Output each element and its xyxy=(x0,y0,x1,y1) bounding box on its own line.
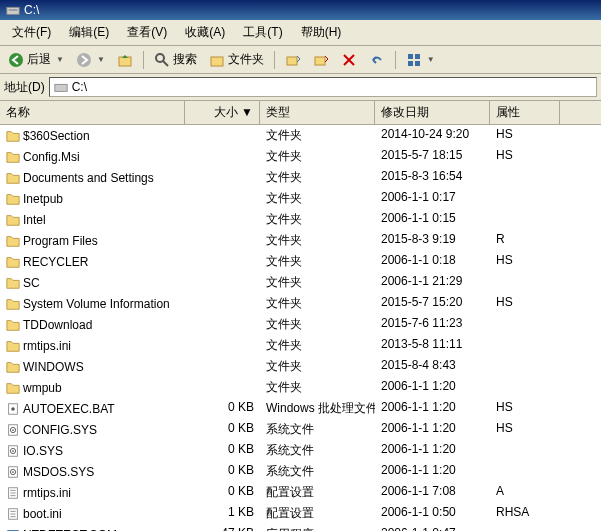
svg-rect-14 xyxy=(55,84,67,91)
folder-icon xyxy=(6,255,20,269)
col-name[interactable]: 名称 xyxy=(0,101,185,124)
copy-to-button[interactable] xyxy=(281,50,305,70)
folder-icon xyxy=(6,192,20,206)
svg-rect-4 xyxy=(119,57,131,66)
list-item[interactable]: Inetpub文件夹2006-1-1 0:17 xyxy=(0,188,601,209)
list-item[interactable]: NTDETECT.COM47 KB应用程序2006-1-1 0:47 xyxy=(0,524,601,531)
list-item[interactable]: WINDOWS文件夹2015-8-4 8:43 xyxy=(0,356,601,377)
sys-icon xyxy=(6,465,20,479)
menu-file[interactable]: 文件(F) xyxy=(4,22,59,43)
file-size xyxy=(185,336,260,355)
file-size xyxy=(185,378,260,397)
file-size xyxy=(185,294,260,313)
list-item[interactable]: System Volume Information文件夹2015-5-7 15:… xyxy=(0,293,601,314)
svg-point-5 xyxy=(156,54,164,62)
folders-button[interactable]: 文件夹 xyxy=(205,49,268,70)
list-item[interactable]: AUTOEXEC.BAT0 KBWindows 批处理文件2006-1-1 1:… xyxy=(0,398,601,419)
list-item[interactable]: wmpub文件夹2006-1-1 1:20 xyxy=(0,377,601,398)
ini-icon xyxy=(6,507,20,521)
col-type[interactable]: 类型 xyxy=(260,101,375,124)
menubar: 文件(F) 编辑(E) 查看(V) 收藏(A) 工具(T) 帮助(H) xyxy=(0,20,601,46)
list-item[interactable]: TDDownload文件夹2015-7-6 11:23 xyxy=(0,314,601,335)
undo-button[interactable] xyxy=(365,50,389,70)
list-item[interactable]: CONFIG.SYS0 KB系统文件2006-1-1 1:20HS xyxy=(0,419,601,440)
list-item[interactable]: RECYCLER文件夹2006-1-1 0:18HS xyxy=(0,251,601,272)
list-item[interactable]: Documents and Settings文件夹2015-8-3 16:54 xyxy=(0,167,601,188)
col-attr[interactable]: 属性 xyxy=(490,101,560,124)
file-name: wmpub xyxy=(23,381,62,395)
col-date[interactable]: 修改日期 xyxy=(375,101,490,124)
file-attr xyxy=(490,168,560,187)
address-input[interactable]: C:\ xyxy=(49,77,597,97)
file-size: 0 KB xyxy=(185,441,260,460)
file-name: Program Files xyxy=(23,234,98,248)
list-item[interactable]: MSDOS.SYS0 KB系统文件2006-1-1 1:20 xyxy=(0,461,601,482)
file-attr xyxy=(490,525,560,531)
list-item[interactable]: rmtips.ini文件夹2013-5-8 11:11 xyxy=(0,335,601,356)
folder-icon xyxy=(6,297,20,311)
list-item[interactable]: boot.ini1 KB配置设置2006-1-1 0:50RHSA xyxy=(0,503,601,524)
file-name: $360Section xyxy=(23,129,90,143)
move-to-button[interactable] xyxy=(309,50,333,70)
list-item[interactable]: Intel文件夹2006-1-1 0:15 xyxy=(0,209,601,230)
back-icon xyxy=(8,52,24,68)
menu-help[interactable]: 帮助(H) xyxy=(293,22,350,43)
bat-icon xyxy=(6,402,20,416)
back-button[interactable]: 后退 ▼ xyxy=(4,49,68,70)
forward-icon xyxy=(76,52,92,68)
file-type: 配置设置 xyxy=(260,483,375,502)
file-type: 系统文件 xyxy=(260,441,375,460)
ini-icon xyxy=(6,486,20,500)
svg-rect-9 xyxy=(315,57,325,65)
list-item[interactable]: Program Files文件夹2015-8-3 9:19R xyxy=(0,230,601,251)
list-item[interactable]: rmtips.ini0 KB配置设置2006-1-1 7:08A xyxy=(0,482,601,503)
file-name: rmtips.ini xyxy=(23,339,71,353)
file-attr: HS xyxy=(490,147,560,166)
menu-favorites[interactable]: 收藏(A) xyxy=(177,22,233,43)
list-item[interactable]: IO.SYS0 KB系统文件2006-1-1 1:20 xyxy=(0,440,601,461)
menu-edit[interactable]: 编辑(E) xyxy=(61,22,117,43)
list-item[interactable]: Config.Msi文件夹2015-5-7 18:15HS xyxy=(0,146,601,167)
list-item[interactable]: SC文件夹2006-1-1 21:29 xyxy=(0,272,601,293)
file-date: 2014-10-24 9:20 xyxy=(375,126,490,145)
listview: 名称 大小 ▼ 类型 修改日期 属性 $360Section文件夹2014-10… xyxy=(0,101,601,531)
file-size: 47 KB xyxy=(185,525,260,531)
views-icon xyxy=(406,52,422,68)
file-date: 2006-1-1 0:18 xyxy=(375,252,490,271)
file-attr xyxy=(490,441,560,460)
file-type: 文件夹 xyxy=(260,378,375,397)
file-type: 系统文件 xyxy=(260,462,375,481)
chevron-down-icon: ▼ xyxy=(97,55,105,64)
chevron-down-icon: ▼ xyxy=(427,55,435,64)
menu-view[interactable]: 查看(V) xyxy=(119,22,175,43)
svg-rect-1 xyxy=(9,9,18,11)
file-date: 2015-8-3 16:54 xyxy=(375,168,490,187)
menu-tools[interactable]: 工具(T) xyxy=(235,22,290,43)
separator xyxy=(143,51,144,69)
col-size[interactable]: 大小 ▼ xyxy=(185,101,260,124)
file-type: 文件夹 xyxy=(260,210,375,229)
forward-button[interactable]: ▼ xyxy=(72,50,109,70)
folder-icon xyxy=(6,276,20,290)
file-attr xyxy=(490,315,560,334)
sys-icon xyxy=(6,444,20,458)
file-size xyxy=(185,231,260,250)
delete-icon xyxy=(341,52,357,68)
list-item[interactable]: $360Section文件夹2014-10-24 9:20HS xyxy=(0,125,601,146)
file-size xyxy=(185,252,260,271)
file-attr xyxy=(490,357,560,376)
svg-rect-11 xyxy=(415,54,420,59)
file-size: 0 KB xyxy=(185,399,260,418)
file-date: 2006-1-1 1:20 xyxy=(375,420,490,439)
file-date: 2006-1-1 0:50 xyxy=(375,504,490,523)
file-name: IO.SYS xyxy=(23,444,63,458)
file-size: 0 KB xyxy=(185,483,260,502)
file-name: System Volume Information xyxy=(23,297,170,311)
search-button[interactable]: 搜索 xyxy=(150,49,201,70)
views-button[interactable]: ▼ xyxy=(402,50,439,70)
file-date: 2015-7-6 11:23 xyxy=(375,315,490,334)
up-button[interactable] xyxy=(113,50,137,70)
file-date: 2006-1-1 21:29 xyxy=(375,273,490,292)
file-date: 2013-5-8 11:11 xyxy=(375,336,490,355)
delete-button[interactable] xyxy=(337,50,361,70)
